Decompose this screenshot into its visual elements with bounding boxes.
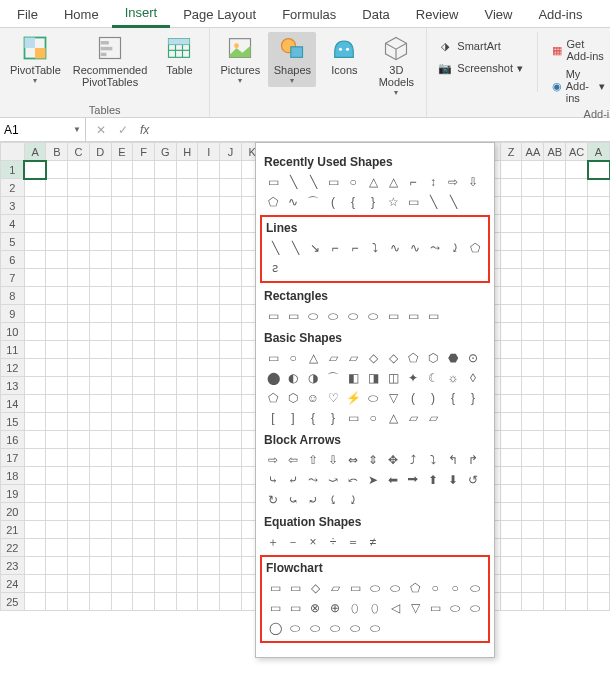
- cell[interactable]: [155, 323, 177, 341]
- cell[interactable]: [588, 377, 610, 395]
- cell[interactable]: [24, 503, 46, 521]
- shape-option[interactable]: ◊: [464, 369, 482, 387]
- cell[interactable]: [566, 233, 588, 251]
- cell[interactable]: [46, 215, 68, 233]
- shape-option[interactable]: ≠: [364, 533, 382, 551]
- shape-option[interactable]: ✦: [404, 369, 422, 387]
- cell[interactable]: [46, 413, 68, 431]
- shape-option[interactable]: }: [464, 389, 482, 407]
- shape-option[interactable]: ＋: [264, 533, 282, 551]
- shape-option[interactable]: ▭: [384, 307, 402, 325]
- shape-option[interactable]: ): [424, 389, 442, 407]
- cell[interactable]: [588, 179, 610, 197]
- cell[interactable]: [46, 485, 68, 503]
- shape-option[interactable]: ▭: [426, 599, 444, 617]
- cell[interactable]: [68, 377, 90, 395]
- shape-option[interactable]: ]: [284, 409, 302, 427]
- cell[interactable]: [500, 593, 522, 611]
- cell[interactable]: [133, 413, 155, 431]
- cell[interactable]: [176, 215, 198, 233]
- cell[interactable]: [24, 233, 46, 251]
- shape-option[interactable]: ⬭: [466, 599, 484, 617]
- cell[interactable]: [24, 539, 46, 557]
- cell[interactable]: [24, 377, 46, 395]
- row-header[interactable]: 12: [1, 359, 25, 377]
- cell[interactable]: [68, 449, 90, 467]
- cell[interactable]: [155, 341, 177, 359]
- cell[interactable]: [176, 377, 198, 395]
- cell[interactable]: [500, 575, 522, 593]
- cell[interactable]: [133, 341, 155, 359]
- row-header[interactable]: 14: [1, 395, 25, 413]
- cell[interactable]: [111, 449, 133, 467]
- shape-option[interactable]: ⬡: [284, 389, 302, 407]
- shape-option[interactable]: ⬭: [286, 619, 304, 637]
- cell[interactable]: [500, 521, 522, 539]
- cell[interactable]: [24, 467, 46, 485]
- shape-option[interactable]: ⌒: [324, 369, 342, 387]
- row-header[interactable]: 10: [1, 323, 25, 341]
- cell[interactable]: [500, 539, 522, 557]
- shape-option[interactable]: ▭: [286, 599, 304, 617]
- cell[interactable]: [68, 485, 90, 503]
- cell[interactable]: [46, 503, 68, 521]
- cell[interactable]: [522, 467, 544, 485]
- cell[interactable]: [500, 359, 522, 377]
- cell[interactable]: [522, 323, 544, 341]
- cell[interactable]: [111, 431, 133, 449]
- cell[interactable]: [176, 557, 198, 575]
- cell[interactable]: [68, 179, 90, 197]
- cell[interactable]: [176, 251, 198, 269]
- cell[interactable]: [24, 395, 46, 413]
- row-header[interactable]: 15: [1, 413, 25, 431]
- shape-option[interactable]: {: [344, 193, 362, 211]
- cell[interactable]: [46, 179, 68, 197]
- shape-option[interactable]: ⬣: [444, 349, 462, 367]
- cell[interactable]: [220, 575, 242, 593]
- cell[interactable]: [176, 593, 198, 611]
- cell[interactable]: [588, 287, 610, 305]
- shape-option[interactable]: ⌐: [346, 239, 364, 257]
- shape-option[interactable]: ⌐: [404, 173, 422, 191]
- shape-option[interactable]: ☼: [444, 369, 462, 387]
- tab-add-ins[interactable]: Add-ins: [525, 3, 595, 27]
- cell[interactable]: [24, 521, 46, 539]
- shape-option[interactable]: ⊕: [326, 599, 344, 617]
- shape-option[interactable]: ⤵: [366, 239, 384, 257]
- shape-option[interactable]: ⇔: [344, 451, 362, 469]
- cell[interactable]: [89, 503, 111, 521]
- cell[interactable]: [24, 287, 46, 305]
- cell[interactable]: [500, 377, 522, 395]
- cell[interactable]: [176, 521, 198, 539]
- cell[interactable]: [46, 431, 68, 449]
- cell[interactable]: [155, 377, 177, 395]
- cell[interactable]: [133, 251, 155, 269]
- row-header[interactable]: 18: [1, 467, 25, 485]
- pictures-button[interactable]: Pictures▾: [216, 32, 264, 87]
- shape-option[interactable]: ⤳: [426, 239, 444, 257]
- cell[interactable]: [500, 413, 522, 431]
- cell[interactable]: [111, 341, 133, 359]
- cell[interactable]: [68, 413, 90, 431]
- shape-option[interactable]: ⬭: [446, 599, 464, 617]
- cell[interactable]: [566, 539, 588, 557]
- cell[interactable]: [46, 161, 68, 179]
- cell[interactable]: [588, 161, 610, 179]
- shape-option[interactable]: ⌒: [304, 193, 322, 211]
- cell[interactable]: [155, 521, 177, 539]
- shape-option[interactable]: ◇: [384, 349, 402, 367]
- shape-option[interactable]: }: [324, 409, 342, 427]
- cell[interactable]: [522, 521, 544, 539]
- get-addins-button[interactable]: ▦Get Add-ins: [548, 36, 610, 64]
- cell[interactable]: [155, 467, 177, 485]
- shape-option[interactable]: {: [444, 389, 462, 407]
- cell[interactable]: [588, 197, 610, 215]
- cell[interactable]: [24, 341, 46, 359]
- cell[interactable]: [176, 161, 198, 179]
- cell[interactable]: [46, 359, 68, 377]
- cell[interactable]: [500, 251, 522, 269]
- cell[interactable]: [566, 215, 588, 233]
- cell[interactable]: [544, 539, 566, 557]
- cell[interactable]: [133, 539, 155, 557]
- shape-option[interactable]: ▱: [324, 349, 342, 367]
